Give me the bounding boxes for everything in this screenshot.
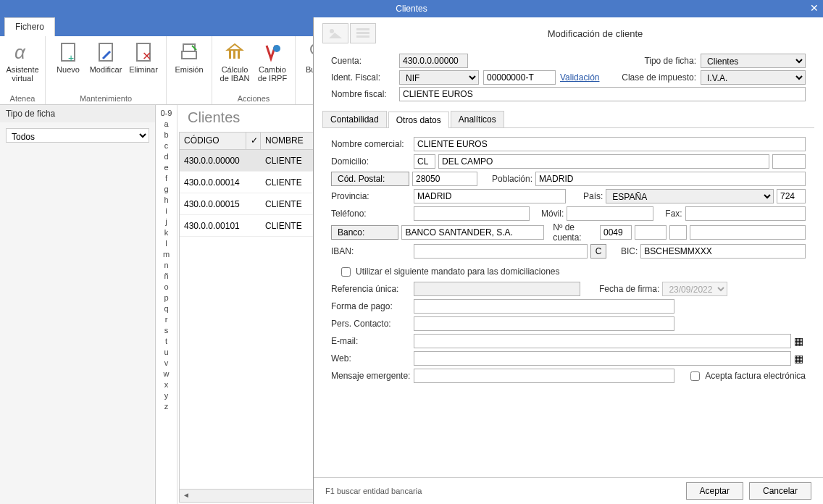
- domicilio-tipo-input[interactable]: [414, 154, 435, 169]
- nombre-com-input[interactable]: [414, 137, 806, 151]
- alpha-a[interactable]: a: [156, 119, 177, 130]
- calculo-iban-button[interactable]: Cálculo de IBAN: [217, 38, 253, 93]
- acepta-checkbox[interactable]: [690, 371, 700, 381]
- alpha-k[interactable]: k: [156, 227, 177, 238]
- fecha-firma-select[interactable]: 23/09/2022: [662, 282, 727, 296]
- codpostal-button[interactable]: Cód. Postal:: [331, 172, 409, 186]
- cancelar-button[interactable]: Cancelar: [749, 482, 811, 500]
- mandato-checkbox[interactable]: [341, 267, 351, 277]
- ribbon-group-atenea: α Asistente virtual Atenea: [0, 36, 46, 104]
- image-placeholder-icon[interactable]: [322, 23, 348, 43]
- tab-fichero[interactable]: Fichero: [4, 17, 55, 36]
- ncuenta1-input[interactable]: [600, 225, 632, 240]
- svg-rect-15: [356, 32, 369, 34]
- tipo-ficha-select2[interactable]: Clientes: [701, 54, 806, 68]
- alpha-s[interactable]: s: [156, 325, 177, 336]
- aceptar-button[interactable]: Aceptar: [686, 482, 743, 500]
- telefono-label: Teléfono:: [331, 209, 411, 219]
- alpha-l[interactable]: l: [156, 238, 177, 249]
- alpha-q[interactable]: q: [156, 303, 177, 314]
- forma-pago-input[interactable]: [414, 299, 674, 314]
- alpha-f[interactable]: f: [156, 173, 177, 184]
- tab-analiticos[interactable]: Analíticos: [451, 111, 504, 127]
- alpha-icon: α: [11, 41, 34, 64]
- mensaje-input[interactable]: [414, 369, 674, 383]
- iban-label: IBAN:: [331, 246, 411, 256]
- alpha-i[interactable]: i: [156, 206, 177, 217]
- alpha-e[interactable]: e: [156, 162, 177, 173]
- alpha-0-9[interactable]: 0-9: [156, 108, 177, 119]
- banco-input[interactable]: [401, 225, 544, 240]
- alpha-p[interactable]: p: [156, 293, 177, 303]
- modificar-button[interactable]: Modificar: [88, 38, 124, 93]
- domicilio-label: Domicilio:: [331, 156, 411, 167]
- alpha-z[interactable]: z: [156, 401, 177, 412]
- tab-contabilidad[interactable]: Contabilidad: [322, 111, 387, 127]
- banco-button[interactable]: Banco:: [331, 225, 398, 240]
- alpha-u[interactable]: u: [156, 347, 177, 358]
- pers-contacto-input[interactable]: [414, 316, 674, 331]
- close-icon[interactable]: ✕: [810, 2, 819, 14]
- pais-code-input[interactable]: [777, 189, 806, 203]
- ref-unica-input[interactable]: [414, 282, 580, 296]
- ident-num-input[interactable]: [483, 70, 556, 85]
- emision-button[interactable]: Emisión: [171, 38, 207, 101]
- cambio-irpf-button[interactable]: Cambio de IRPF: [254, 38, 291, 93]
- alpha-w[interactable]: w: [156, 369, 177, 379]
- codpostal-input[interactable]: [412, 172, 477, 186]
- cell-check: [246, 158, 261, 164]
- asistente-virtual-button[interactable]: α Asistente virtual: [4, 38, 41, 93]
- movil-input[interactable]: [567, 206, 653, 221]
- col-codigo[interactable]: CÓDIGO: [180, 133, 246, 149]
- alpha-v[interactable]: v: [156, 358, 177, 369]
- telefono-input[interactable]: [414, 206, 530, 221]
- cell-codigo: 430.0.0.00015: [180, 196, 246, 212]
- movil-label: Móvil:: [541, 209, 564, 219]
- alpha-c[interactable]: c: [156, 140, 177, 151]
- alpha-n[interactable]: n: [156, 260, 177, 271]
- ncuenta2-input[interactable]: [635, 225, 667, 240]
- poblacion-input[interactable]: [535, 172, 806, 186]
- qr-icon[interactable]: ▦: [794, 353, 806, 364]
- poblacion-label: Población:: [492, 174, 532, 184]
- ncuenta3-input[interactable]: [669, 225, 687, 240]
- alpha-ñ[interactable]: ñ: [156, 271, 177, 282]
- provincia-input[interactable]: [414, 189, 566, 203]
- alpha-o[interactable]: o: [156, 282, 177, 293]
- ncuenta4-input[interactable]: [690, 225, 806, 240]
- alpha-x[interactable]: x: [156, 379, 177, 390]
- col-check[interactable]: ✓: [246, 133, 261, 149]
- alpha-b[interactable]: b: [156, 130, 177, 140]
- fax-input[interactable]: [685, 206, 806, 221]
- web-input[interactable]: [414, 351, 791, 366]
- eliminar-button[interactable]: ✕ Eliminar: [125, 38, 162, 93]
- qr-icon[interactable]: ▦: [794, 335, 806, 347]
- clase-imp-select[interactable]: I.V.A.: [701, 70, 806, 85]
- irpf-icon: [261, 41, 284, 64]
- tipo-ficha-select[interactable]: Todos: [6, 128, 149, 143]
- tab-otros-datos[interactable]: Otros datos: [388, 112, 449, 128]
- alpha-m[interactable]: m: [156, 249, 177, 260]
- iban-calc-button[interactable]: C: [590, 244, 606, 259]
- ident-type-select[interactable]: NIF: [399, 70, 479, 85]
- iban-input[interactable]: [414, 244, 588, 259]
- alpha-j[interactable]: j: [156, 217, 177, 227]
- alpha-y[interactable]: y: [156, 390, 177, 401]
- alpha-h[interactable]: h: [156, 195, 177, 206]
- validacion-link[interactable]: Validación: [560, 72, 599, 83]
- alpha-d[interactable]: d: [156, 151, 177, 162]
- alpha-t[interactable]: t: [156, 336, 177, 347]
- provincia-label: Provincia:: [331, 191, 411, 201]
- bic-input[interactable]: [640, 244, 806, 259]
- domicilio-calle-input[interactable]: [438, 154, 769, 169]
- domicilio-num-input[interactable]: [772, 154, 806, 169]
- alpha-r[interactable]: r: [156, 314, 177, 325]
- forma-pago-label: Forma de pago:: [331, 301, 411, 311]
- email-input[interactable]: [414, 334, 791, 348]
- pais-select[interactable]: ESPAÑA: [606, 189, 774, 203]
- nuevo-button[interactable]: + Nuevo: [50, 38, 86, 93]
- list-placeholder-icon[interactable]: [350, 23, 376, 43]
- alpha-g[interactable]: g: [156, 184, 177, 195]
- cuenta-input[interactable]: [399, 54, 468, 68]
- nombre-fiscal-input[interactable]: [399, 87, 806, 101]
